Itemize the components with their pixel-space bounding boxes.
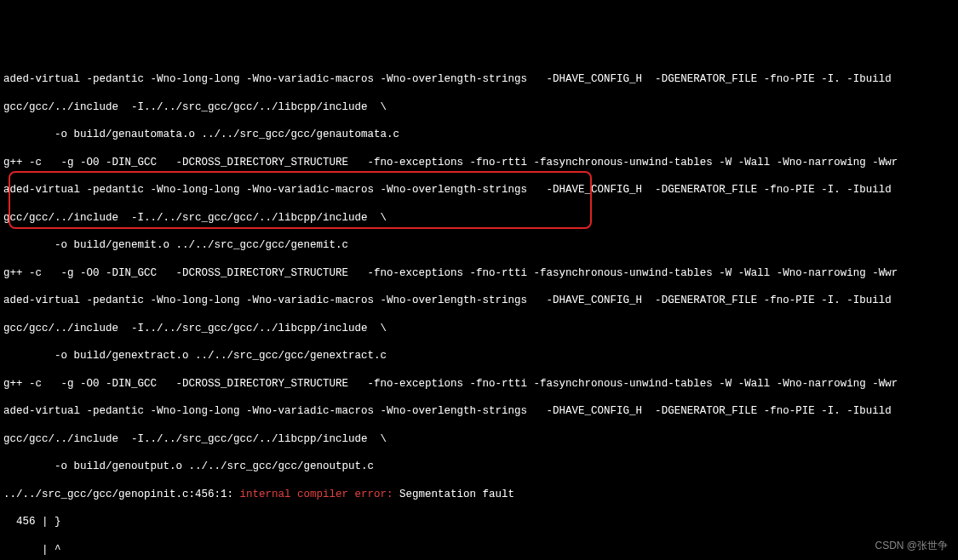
output-line: -o build/genextract.o ../../src_gcc/gcc/… xyxy=(3,349,955,363)
output-line: g++ -c -g -O0 -DIN_GCC -DCROSS_DIRECTORY… xyxy=(3,377,955,391)
terminal-output[interactable]: aded-virtual -pedantic -Wno-long-long -W… xyxy=(3,59,955,560)
output-line: aded-virtual -pedantic -Wno-long-long -W… xyxy=(3,72,955,86)
output-line: gcc/gcc/../include -I../../src_gcc/gcc/.… xyxy=(3,100,955,114)
error-line: ../../src_gcc/gcc/genopinit.c:456:1: int… xyxy=(3,488,955,501)
error-label: internal compiler error: xyxy=(233,489,399,500)
output-line: aded-virtual -pedantic -Wno-long-long -W… xyxy=(3,404,955,418)
output-line: aded-virtual -pedantic -Wno-long-long -W… xyxy=(3,183,955,197)
output-line: gcc/gcc/../include -I../../src_gcc/gcc/.… xyxy=(3,322,955,335)
error-snippet: 456 | } xyxy=(3,515,955,529)
error-location: ../../src_gcc/gcc/genopinit.c:456:1: xyxy=(3,489,233,500)
output-line: -o build/genoutput.o ../../src_gcc/gcc/g… xyxy=(3,460,955,473)
output-line: g++ -c -g -O0 -DIN_GCC -DCROSS_DIRECTORY… xyxy=(3,266,955,280)
output-line: aded-virtual -pedantic -Wno-long-long -W… xyxy=(3,294,955,307)
output-line: gcc/gcc/../include -I../../src_gcc/gcc/.… xyxy=(3,432,955,446)
error-message: Segmentation fault xyxy=(399,489,514,500)
output-line: -o build/genemit.o ../../src_gcc/gcc/gen… xyxy=(3,238,955,252)
watermark: CSDN @张世争 xyxy=(875,540,948,553)
error-caret: | ^ xyxy=(3,543,955,557)
output-line: -o build/genautomata.o ../../src_gcc/gcc… xyxy=(3,128,955,141)
output-line: gcc/gcc/../include -I../../src_gcc/gcc/.… xyxy=(3,211,955,225)
output-line: g++ -c -g -O0 -DIN_GCC -DCROSS_DIRECTORY… xyxy=(3,156,955,169)
